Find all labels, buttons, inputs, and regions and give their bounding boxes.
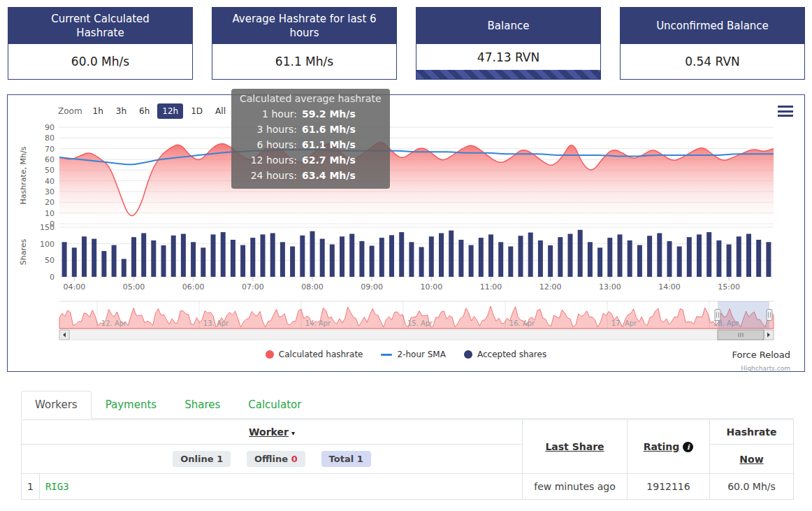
svg-text:12:00: 12:00 (539, 282, 562, 292)
svg-text:14:00: 14:00 (658, 282, 681, 292)
navy-dot-icon (464, 350, 472, 359)
svg-text:09:00: 09:00 (361, 282, 383, 292)
svg-text:14. Apr: 14. Apr (305, 319, 331, 327)
svg-text:40: 40 (45, 177, 55, 186)
svg-text:60: 60 (45, 155, 55, 164)
legend-label: Calculated hashrate (279, 350, 363, 359)
zoom-label: Zoom (58, 106, 82, 116)
svg-text:80: 80 (45, 134, 55, 143)
card-title: Current Calculated Hashrate (8, 8, 192, 44)
chart-canvas[interactable]: 0102030405060708090050100150Hashrate, Mh… (8, 95, 804, 344)
svg-text:150: 150 (40, 223, 55, 232)
zoom-button-6h[interactable]: 6h (134, 103, 154, 119)
worker-filters: Online 1 Offline 0 Total 1 (22, 445, 523, 474)
svg-text:08:00: 08:00 (301, 282, 324, 292)
svg-text:50: 50 (45, 166, 55, 175)
card-title: Balance (416, 8, 600, 44)
svg-text:10:00: 10:00 (420, 282, 442, 292)
last-share-column-header[interactable]: Last Share (523, 420, 628, 474)
blue-line-icon (381, 354, 392, 356)
tab-calculator[interactable]: Calculator (234, 391, 315, 419)
svg-text:07:00: 07:00 (242, 282, 264, 292)
svg-text:05:00: 05:00 (123, 282, 145, 292)
svg-text:12. Apr: 12. Apr (101, 319, 127, 327)
tab-shares[interactable]: Shares (171, 391, 234, 419)
zoom-controls: Zoom 1h 3h 6h 12h 1D All (58, 103, 231, 119)
card-value: 47.13 RVN (416, 44, 600, 71)
card-unconfirmed-balance: Unconfirmed Balance 0.54 RVN (620, 7, 805, 80)
svg-text:13. Apr: 13. Apr (203, 319, 229, 327)
force-reload-link[interactable]: Force Reload (732, 350, 790, 360)
svg-text:13:00: 13:00 (599, 282, 621, 292)
hashrate-now-header[interactable]: Now (710, 445, 794, 474)
svg-text:15:00: 15:00 (718, 282, 740, 292)
zoom-button-all[interactable]: All (210, 103, 231, 119)
red-dot-icon (266, 350, 274, 359)
legend-2-hour-sma[interactable]: 2-hour SMA (381, 350, 445, 359)
svg-text:10: 10 (45, 209, 55, 218)
chart-legend: Calculated hashrate 2-hour SMA Accepted … (8, 350, 804, 359)
svg-text:06:00: 06:00 (182, 282, 205, 292)
zoom-button-1h[interactable]: 1h (88, 103, 108, 119)
card-value: 60.0 Mh/s (8, 44, 192, 79)
card-current-hashrate: Current Calculated Hashrate 60.0 Mh/s (8, 7, 193, 80)
tab-payments[interactable]: Payments (92, 391, 171, 419)
svg-text:30: 30 (45, 187, 55, 196)
legend-accepted-shares[interactable]: Accepted shares (464, 350, 546, 359)
card-title: Unconfirmed Balance (621, 8, 804, 44)
worker-name: RIG3 (39, 474, 522, 500)
svg-text:90: 90 (45, 123, 55, 132)
svg-text:100: 100 (40, 240, 55, 249)
zoom-button-3h[interactable]: 3h (111, 103, 131, 119)
worker-column-header[interactable]: Worker▾ (22, 420, 523, 445)
card-value: 61.1 Mh/s (212, 44, 396, 79)
svg-text:20: 20 (45, 198, 55, 207)
svg-text:15. Apr: 15. Apr (407, 319, 433, 327)
workers-table: Worker▾ Last Share Ratingi Hashrate Onli… (21, 419, 794, 500)
content-tabs: Workers Payments Shares Calculator (21, 391, 794, 419)
svg-text:16. Apr: 16. Apr (509, 319, 535, 327)
legend-label: Accepted shares (477, 350, 546, 359)
svg-text:70: 70 (45, 145, 55, 154)
filter-total-badge[interactable]: Total 1 (321, 451, 371, 467)
highcharts-credit-link[interactable]: Highcharts.com (741, 365, 790, 372)
stat-cards: Current Calculated Hashrate 60.0 Mh/s Av… (8, 7, 805, 80)
tab-workers[interactable]: Workers (21, 391, 92, 419)
zoom-button-1d[interactable]: 1D (186, 103, 208, 119)
rating-column-header[interactable]: Ratingi (628, 420, 710, 474)
svg-text:Hashrate, Mh/s: Hashrate, Mh/s (19, 146, 28, 204)
filter-online-badge[interactable]: Online 1 (173, 451, 231, 467)
svg-text:11:00: 11:00 (480, 282, 502, 292)
card-title: Average Hashrate for last 6 hours (212, 8, 396, 44)
filter-offline-badge[interactable]: Offline 0 (247, 451, 305, 467)
worker-row: 1 RIG3 few minutes ago 1912116 60.0 Mh/s (22, 474, 794, 500)
row-index: 1 (22, 474, 40, 500)
balance-progress-bar (416, 70, 600, 79)
svg-text:0: 0 (50, 273, 55, 282)
rating-info-icon[interactable]: i (683, 442, 693, 452)
worker-last-share: few minutes ago (523, 474, 628, 500)
zoom-button-12h[interactable]: 12h (157, 103, 183, 119)
legend-label: 2-hour SMA (397, 350, 445, 359)
svg-text:Shares: Shares (19, 238, 28, 265)
card-balance: Balance 47.13 RVN (416, 7, 601, 80)
svg-text:17. Apr: 17. Apr (611, 319, 637, 327)
worker-hashrate-now: 60.0 Mh/s (710, 474, 794, 500)
legend-calculated-hashrate[interactable]: Calculated hashrate (266, 350, 363, 359)
chart-menu-icon[interactable] (778, 106, 793, 120)
sort-caret-icon: ▾ (291, 429, 295, 437)
svg-text:04:00: 04:00 (63, 282, 85, 292)
card-value: 0.54 RVN (621, 44, 804, 79)
worker-rating: 1912116 (628, 474, 710, 500)
hashrate-column-header: Hashrate (710, 420, 794, 445)
svg-text:50: 50 (45, 256, 55, 265)
card-average-hashrate: Average Hashrate for last 6 hours 61.1 M… (212, 7, 397, 80)
hashrate-chart-panel: 0102030405060708090050100150Hashrate, Mh… (7, 94, 805, 372)
